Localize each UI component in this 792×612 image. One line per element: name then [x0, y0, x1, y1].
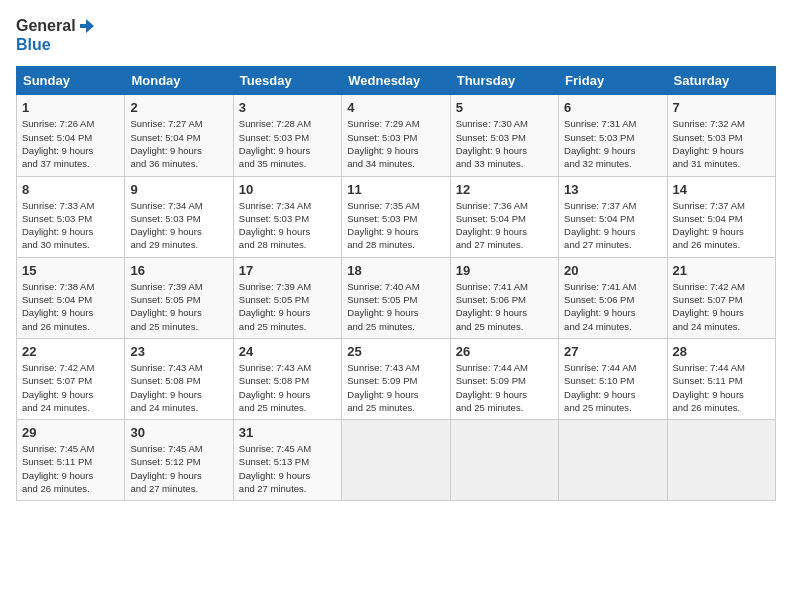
- day-info: Sunrise: 7:42 AM Sunset: 5:07 PM Dayligh…: [673, 280, 770, 333]
- calendar-cell: 5Sunrise: 7:30 AM Sunset: 5:03 PM Daylig…: [450, 95, 558, 176]
- calendar-cell: 28Sunrise: 7:44 AM Sunset: 5:11 PM Dayli…: [667, 338, 775, 419]
- logo: General Blue: [16, 16, 96, 54]
- calendar-cell: 24Sunrise: 7:43 AM Sunset: 5:08 PM Dayli…: [233, 338, 341, 419]
- day-info: Sunrise: 7:37 AM Sunset: 5:04 PM Dayligh…: [564, 199, 661, 252]
- calendar-week-row: 1Sunrise: 7:26 AM Sunset: 5:04 PM Daylig…: [17, 95, 776, 176]
- day-number: 7: [673, 100, 770, 115]
- col-header-saturday: Saturday: [667, 67, 775, 95]
- calendar-cell: [342, 420, 450, 501]
- calendar-cell: [667, 420, 775, 501]
- day-number: 29: [22, 425, 119, 440]
- calendar-cell: 12Sunrise: 7:36 AM Sunset: 5:04 PM Dayli…: [450, 176, 558, 257]
- day-number: 1: [22, 100, 119, 115]
- day-info: Sunrise: 7:26 AM Sunset: 5:04 PM Dayligh…: [22, 117, 119, 170]
- calendar-cell: 9Sunrise: 7:34 AM Sunset: 5:03 PM Daylig…: [125, 176, 233, 257]
- calendar-cell: 26Sunrise: 7:44 AM Sunset: 5:09 PM Dayli…: [450, 338, 558, 419]
- calendar-table: SundayMondayTuesdayWednesdayThursdayFrid…: [16, 66, 776, 501]
- day-number: 12: [456, 182, 553, 197]
- day-number: 11: [347, 182, 444, 197]
- day-number: 28: [673, 344, 770, 359]
- day-info: Sunrise: 7:37 AM Sunset: 5:04 PM Dayligh…: [673, 199, 770, 252]
- calendar-week-row: 15Sunrise: 7:38 AM Sunset: 5:04 PM Dayli…: [17, 257, 776, 338]
- day-info: Sunrise: 7:32 AM Sunset: 5:03 PM Dayligh…: [673, 117, 770, 170]
- day-info: Sunrise: 7:45 AM Sunset: 5:13 PM Dayligh…: [239, 442, 336, 495]
- day-number: 19: [456, 263, 553, 278]
- calendar-cell: 4Sunrise: 7:29 AM Sunset: 5:03 PM Daylig…: [342, 95, 450, 176]
- day-info: Sunrise: 7:43 AM Sunset: 5:08 PM Dayligh…: [239, 361, 336, 414]
- col-header-tuesday: Tuesday: [233, 67, 341, 95]
- calendar-cell: 11Sunrise: 7:35 AM Sunset: 5:03 PM Dayli…: [342, 176, 450, 257]
- day-number: 18: [347, 263, 444, 278]
- day-info: Sunrise: 7:41 AM Sunset: 5:06 PM Dayligh…: [456, 280, 553, 333]
- day-number: 4: [347, 100, 444, 115]
- day-number: 13: [564, 182, 661, 197]
- day-number: 27: [564, 344, 661, 359]
- calendar-week-row: 29Sunrise: 7:45 AM Sunset: 5:11 PM Dayli…: [17, 420, 776, 501]
- calendar-cell: 6Sunrise: 7:31 AM Sunset: 5:03 PM Daylig…: [559, 95, 667, 176]
- day-number: 8: [22, 182, 119, 197]
- day-info: Sunrise: 7:39 AM Sunset: 5:05 PM Dayligh…: [130, 280, 227, 333]
- calendar-week-row: 8Sunrise: 7:33 AM Sunset: 5:03 PM Daylig…: [17, 176, 776, 257]
- day-info: Sunrise: 7:43 AM Sunset: 5:08 PM Dayligh…: [130, 361, 227, 414]
- logo-arrow-icon: [78, 17, 96, 35]
- calendar-cell: 27Sunrise: 7:44 AM Sunset: 5:10 PM Dayli…: [559, 338, 667, 419]
- day-info: Sunrise: 7:31 AM Sunset: 5:03 PM Dayligh…: [564, 117, 661, 170]
- calendar-cell: 23Sunrise: 7:43 AM Sunset: 5:08 PM Dayli…: [125, 338, 233, 419]
- calendar-header-row: SundayMondayTuesdayWednesdayThursdayFrid…: [17, 67, 776, 95]
- logo-text-blue: Blue: [16, 36, 51, 53]
- day-number: 6: [564, 100, 661, 115]
- calendar-cell: 3Sunrise: 7:28 AM Sunset: 5:03 PM Daylig…: [233, 95, 341, 176]
- calendar-cell: 16Sunrise: 7:39 AM Sunset: 5:05 PM Dayli…: [125, 257, 233, 338]
- day-info: Sunrise: 7:33 AM Sunset: 5:03 PM Dayligh…: [22, 199, 119, 252]
- logo-text-block: General Blue: [16, 16, 96, 54]
- day-number: 30: [130, 425, 227, 440]
- col-header-thursday: Thursday: [450, 67, 558, 95]
- day-info: Sunrise: 7:45 AM Sunset: 5:11 PM Dayligh…: [22, 442, 119, 495]
- day-number: 10: [239, 182, 336, 197]
- calendar-week-row: 22Sunrise: 7:42 AM Sunset: 5:07 PM Dayli…: [17, 338, 776, 419]
- day-number: 22: [22, 344, 119, 359]
- day-info: Sunrise: 7:34 AM Sunset: 5:03 PM Dayligh…: [130, 199, 227, 252]
- col-header-monday: Monday: [125, 67, 233, 95]
- day-info: Sunrise: 7:42 AM Sunset: 5:07 PM Dayligh…: [22, 361, 119, 414]
- day-number: 5: [456, 100, 553, 115]
- calendar-cell: 21Sunrise: 7:42 AM Sunset: 5:07 PM Dayli…: [667, 257, 775, 338]
- day-info: Sunrise: 7:40 AM Sunset: 5:05 PM Dayligh…: [347, 280, 444, 333]
- col-header-friday: Friday: [559, 67, 667, 95]
- day-number: 17: [239, 263, 336, 278]
- day-info: Sunrise: 7:30 AM Sunset: 5:03 PM Dayligh…: [456, 117, 553, 170]
- day-info: Sunrise: 7:43 AM Sunset: 5:09 PM Dayligh…: [347, 361, 444, 414]
- day-info: Sunrise: 7:27 AM Sunset: 5:04 PM Dayligh…: [130, 117, 227, 170]
- calendar-cell: 2Sunrise: 7:27 AM Sunset: 5:04 PM Daylig…: [125, 95, 233, 176]
- day-number: 2: [130, 100, 227, 115]
- calendar-cell: [450, 420, 558, 501]
- calendar-cell: [559, 420, 667, 501]
- day-info: Sunrise: 7:36 AM Sunset: 5:04 PM Dayligh…: [456, 199, 553, 252]
- calendar-cell: 20Sunrise: 7:41 AM Sunset: 5:06 PM Dayli…: [559, 257, 667, 338]
- col-header-sunday: Sunday: [17, 67, 125, 95]
- day-number: 14: [673, 182, 770, 197]
- day-info: Sunrise: 7:44 AM Sunset: 5:09 PM Dayligh…: [456, 361, 553, 414]
- day-number: 15: [22, 263, 119, 278]
- day-number: 20: [564, 263, 661, 278]
- day-number: 21: [673, 263, 770, 278]
- day-info: Sunrise: 7:28 AM Sunset: 5:03 PM Dayligh…: [239, 117, 336, 170]
- day-info: Sunrise: 7:34 AM Sunset: 5:03 PM Dayligh…: [239, 199, 336, 252]
- calendar-cell: 29Sunrise: 7:45 AM Sunset: 5:11 PM Dayli…: [17, 420, 125, 501]
- calendar-cell: 25Sunrise: 7:43 AM Sunset: 5:09 PM Dayli…: [342, 338, 450, 419]
- calendar-cell: 19Sunrise: 7:41 AM Sunset: 5:06 PM Dayli…: [450, 257, 558, 338]
- day-number: 3: [239, 100, 336, 115]
- calendar-cell: 17Sunrise: 7:39 AM Sunset: 5:05 PM Dayli…: [233, 257, 341, 338]
- day-info: Sunrise: 7:44 AM Sunset: 5:10 PM Dayligh…: [564, 361, 661, 414]
- day-info: Sunrise: 7:39 AM Sunset: 5:05 PM Dayligh…: [239, 280, 336, 333]
- calendar-cell: 30Sunrise: 7:45 AM Sunset: 5:12 PM Dayli…: [125, 420, 233, 501]
- calendar-cell: 22Sunrise: 7:42 AM Sunset: 5:07 PM Dayli…: [17, 338, 125, 419]
- calendar-cell: 7Sunrise: 7:32 AM Sunset: 5:03 PM Daylig…: [667, 95, 775, 176]
- day-info: Sunrise: 7:38 AM Sunset: 5:04 PM Dayligh…: [22, 280, 119, 333]
- calendar-cell: 10Sunrise: 7:34 AM Sunset: 5:03 PM Dayli…: [233, 176, 341, 257]
- day-info: Sunrise: 7:45 AM Sunset: 5:12 PM Dayligh…: [130, 442, 227, 495]
- calendar-cell: 8Sunrise: 7:33 AM Sunset: 5:03 PM Daylig…: [17, 176, 125, 257]
- day-number: 9: [130, 182, 227, 197]
- day-number: 25: [347, 344, 444, 359]
- calendar-cell: 15Sunrise: 7:38 AM Sunset: 5:04 PM Dayli…: [17, 257, 125, 338]
